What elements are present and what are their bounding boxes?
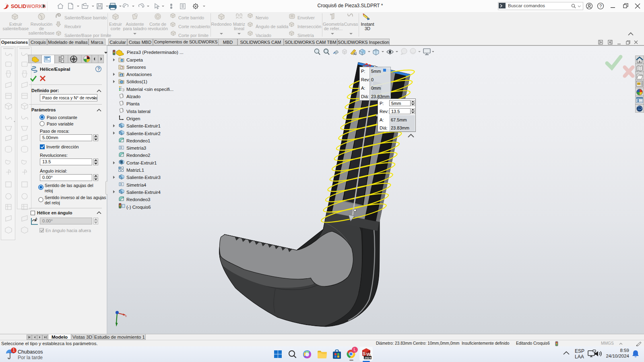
svg-text:?: ? (599, 4, 602, 8)
svg-text:A: A (353, 52, 356, 56)
svg-text:?: ? (97, 66, 100, 71)
svg-text:A: A (120, 74, 122, 76)
svg-text:A: A (35, 217, 37, 220)
svg-text:S: S (363, 351, 365, 356)
svg-text:2024: 2024 (365, 356, 372, 359)
svg-text:x: x (125, 314, 127, 318)
